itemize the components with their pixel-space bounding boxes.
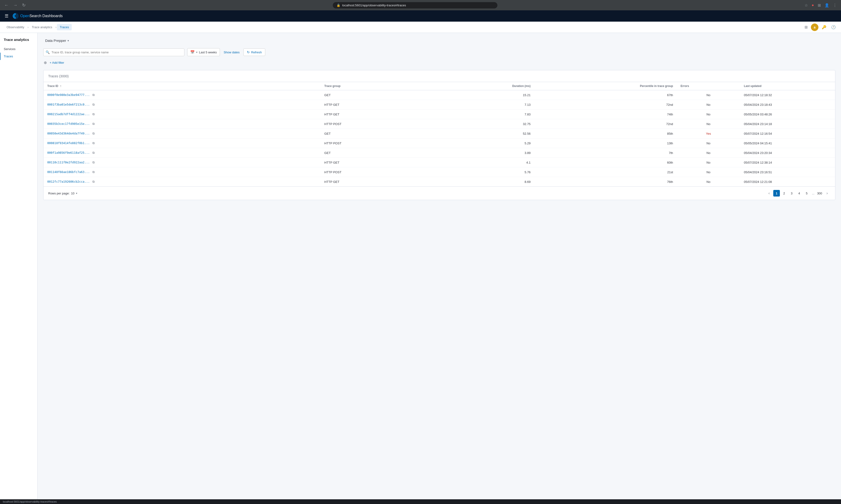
filter-options-icon-button[interactable]: ⊕: [43, 60, 47, 65]
sidebar-item-traces[interactable]: Traces: [0, 53, 37, 60]
cell-tracegroup: GET: [321, 148, 439, 158]
breadcrumb-trace-analytics[interactable]: Trace analytics: [29, 24, 55, 30]
cell-errors: No: [677, 167, 740, 177]
pagination-page-5[interactable]: 5: [803, 190, 810, 197]
col-lastupdated-label: Last updated: [744, 84, 762, 88]
show-dates-button[interactable]: Show dates: [223, 49, 240, 56]
trace-id-link[interactable]: 0012fc77a192606cb2cca...: [47, 180, 90, 183]
cell-errors: No: [677, 158, 740, 167]
trace-id-link[interactable]: 0001f3ba01e5de6f213c0...: [47, 103, 90, 106]
trace-id-link[interactable]: 001148f66ae186bfc7a63...: [47, 170, 90, 174]
cell-percentile: 74th: [534, 110, 677, 119]
user-avatar[interactable]: a: [811, 23, 819, 31]
dashboards-icon-button[interactable]: ⊞: [803, 23, 809, 31]
menu-button[interactable]: ⋮: [831, 2, 838, 9]
pagination-page-2[interactable]: 2: [781, 190, 787, 197]
extensions-puzzle-button[interactable]: ⊞: [816, 2, 822, 9]
app-logo: OpenSearch Dashboards: [12, 13, 63, 19]
cell-traceid: 000818f93414fe882f0b1... ⧉: [43, 139, 321, 148]
pagination-next-button[interactable]: ›: [824, 190, 830, 197]
trace-id-link[interactable]: 00050e43d364de4da7f49...: [47, 132, 90, 135]
copy-traceid-button[interactable]: ⧉: [91, 112, 95, 116]
cell-lastupdated: 05/07/2024 12:18:32: [740, 90, 835, 100]
forward-button[interactable]: →: [12, 2, 19, 9]
panel-header: Traces (3000): [43, 70, 835, 82]
pagination-page-4[interactable]: 4: [796, 190, 802, 197]
cell-duration: 8.69: [439, 177, 534, 187]
breadcrumb-actions: ⊞ a 🔑 🕐: [803, 23, 837, 31]
column-header-percentile: Percentile in trace group: [534, 82, 677, 90]
cell-duration: 15.21: [439, 90, 534, 100]
copy-traceid-button[interactable]: ⧉: [91, 141, 95, 145]
refresh-button[interactable]: ↻ Refresh: [244, 49, 266, 56]
pagination-prev-button[interactable]: ‹: [766, 190, 772, 197]
back-button[interactable]: ←: [3, 2, 10, 9]
cell-lastupdated: 05/07/2024 12:38:14: [740, 158, 835, 167]
url-text: localhost:5601/app/observability-traces#…: [342, 3, 494, 7]
add-filter-button[interactable]: + Add filter: [49, 60, 65, 65]
cell-percentile: 7th: [534, 148, 677, 158]
pagination-page-1[interactable]: 1: [773, 190, 780, 197]
trace-id-link[interactable]: 00110c111f0e2fd922aa2...: [47, 161, 90, 164]
cell-errors: No: [677, 177, 740, 187]
copy-traceid-button[interactable]: ⧉: [91, 170, 95, 175]
pagination-last-page[interactable]: 300: [816, 190, 823, 197]
column-header-errors: Errors: [677, 82, 740, 90]
bookmark-button[interactable]: ☆: [803, 2, 809, 9]
extensions-button[interactable]: ●: [810, 2, 816, 9]
data-prepper-selector[interactable]: Data Prepper ▾: [43, 38, 71, 43]
breadcrumb-observability[interactable]: Observability: [4, 24, 27, 30]
time-picker[interactable]: 📅 ▾ Last 5 weeks: [187, 48, 220, 56]
status-url: localhost:5601/app/observability-traces#…: [3, 500, 57, 503]
cell-duration: 7.13: [439, 100, 534, 110]
copy-traceid-button[interactable]: ⧉: [91, 102, 95, 107]
copy-traceid-button[interactable]: ⧉: [91, 179, 95, 184]
column-header-duration: Duration (ms): [439, 82, 534, 90]
table-row: 00050e43d364de4da7f49... ⧉ GET 52.56 85t…: [43, 129, 835, 139]
traces-tbody: 0000f0e980e3a3be94777... ⧉ GET 15.21 67t…: [43, 90, 835, 187]
trace-id-link[interactable]: 000f1a9856f9e6118af25...: [47, 151, 90, 155]
error-value: No: [706, 161, 711, 164]
profile-button[interactable]: 👤: [823, 2, 831, 9]
cell-lastupdated: 05/04/2024 23:20:34: [740, 148, 835, 158]
sidebar-item-services[interactable]: Services: [0, 46, 37, 53]
copy-traceid-button[interactable]: ⧉: [91, 160, 95, 165]
trace-id-link[interactable]: 000818f93414fe882f0b1...: [47, 141, 90, 145]
copy-traceid-button[interactable]: ⧉: [91, 131, 95, 136]
trace-id-link[interactable]: 000215adb7dff4d1222ae...: [47, 112, 90, 116]
copy-traceid-button[interactable]: ⧉: [91, 122, 95, 126]
app-header: ☰ OpenSearch Dashboards: [0, 10, 841, 22]
error-value: No: [706, 142, 711, 145]
breadcrumb-traces[interactable]: Traces: [57, 24, 72, 30]
search-wrapper: 🔍: [43, 49, 184, 56]
trace-id-link[interactable]: 00035b3cec17fd905e15e...: [47, 122, 90, 126]
copy-traceid-button[interactable]: ⧉: [91, 93, 95, 97]
hamburger-menu[interactable]: ☰: [4, 13, 10, 19]
address-bar[interactable]: 🔒 localhost:5601/app/observability-trace…: [333, 2, 497, 8]
sort-asc-icon: ↑: [60, 84, 61, 88]
copy-traceid-button[interactable]: ⧉: [91, 150, 95, 155]
cell-errors: Yes: [677, 129, 740, 139]
traces-panel: Traces (3000) Trace ID ↑ Trace group: [43, 70, 835, 200]
cell-errors: No: [677, 100, 740, 110]
rows-per-page-selector[interactable]: Rows per page: 10 ▾: [48, 192, 77, 195]
column-header-traceid[interactable]: Trace ID ↑: [43, 82, 321, 90]
cell-traceid: 0012fc77a192606cb2cca... ⧉: [43, 177, 321, 187]
reload-button[interactable]: ↻: [21, 2, 27, 9]
table-row: 0000f0e980e3a3be94777... ⧉ GET 15.21 67t…: [43, 90, 835, 100]
cell-percentile: 72nd: [534, 119, 677, 129]
clock-button[interactable]: 🕐: [830, 23, 837, 31]
trace-id-link[interactable]: 0000f0e980e3a3be94777...: [47, 93, 90, 96]
error-value: No: [706, 151, 711, 155]
search-input[interactable]: [43, 49, 184, 56]
cell-lastupdated: 05/04/2024 23:14:18: [740, 119, 835, 129]
error-value: Yes: [706, 132, 711, 136]
rows-per-page-label: Rows per page:: [48, 192, 70, 195]
settings-button[interactable]: 🔑: [820, 23, 828, 31]
cell-tracegroup: HTTP POST: [321, 119, 439, 129]
cell-lastupdated: 05/05/2024 04:15:41: [740, 139, 835, 148]
search-icon: 🔍: [46, 50, 50, 54]
time-picker-caret-icon: ▾: [196, 51, 198, 54]
pagination-page-3[interactable]: 3: [788, 190, 795, 197]
panel-count: (3000): [59, 74, 68, 78]
